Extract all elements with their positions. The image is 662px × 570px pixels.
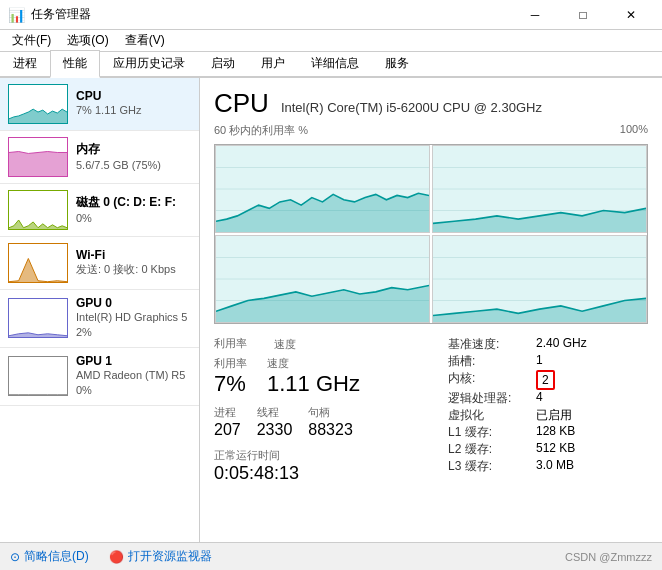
utilization-block: 利用率 速度 bbox=[214, 336, 296, 352]
speed-value: 1.11 GHz bbox=[267, 371, 360, 397]
speed-label-2: 速度 bbox=[267, 356, 360, 371]
gpu1-info: GPU 1 AMD Radeon (TM) R5 0% bbox=[76, 354, 191, 399]
app-title: 任务管理器 bbox=[31, 6, 91, 23]
wifi-detail: 发送: 0 接收: 0 Kbps bbox=[76, 262, 191, 277]
utilization-value-block: 利用率 7% bbox=[214, 356, 247, 397]
gpu0-detail2: 2% bbox=[76, 325, 191, 340]
disk-label: 磁盘 0 (C: D: E: F: bbox=[76, 194, 191, 211]
logical-row: 逻辑处理器: 4 bbox=[448, 390, 648, 407]
cpu-charts-grid bbox=[214, 144, 648, 324]
wifi-label: Wi-Fi bbox=[76, 248, 191, 262]
cpu-mini-graph bbox=[8, 84, 68, 124]
tab-app-history[interactable]: 应用历史记录 bbox=[100, 50, 198, 76]
l3-value: 3.0 MB bbox=[536, 458, 574, 475]
mem-info: 内存 5.6/7.5 GB (75%) bbox=[76, 141, 191, 173]
uptime-value: 0:05:48:13 bbox=[214, 463, 428, 484]
cpu-label: CPU bbox=[76, 89, 191, 103]
menu-options[interactable]: 选项(O) bbox=[63, 30, 112, 51]
svg-marker-3 bbox=[9, 258, 67, 282]
util-label-2: 利用率 bbox=[214, 356, 247, 371]
l3-label: L3 缓存: bbox=[448, 458, 528, 475]
chart-bottom-left bbox=[215, 235, 430, 323]
cores-value: 2 bbox=[536, 370, 555, 390]
gpu0-info: GPU 0 Intel(R) HD Graphics 5 2% bbox=[76, 296, 191, 341]
detail-header: CPU Intel(R) Core(TM) i5-6200U CPU @ 2.3… bbox=[214, 88, 648, 119]
sidebar-item-cpu[interactable]: CPU 7% 1.11 GHz bbox=[0, 78, 199, 131]
handles-value: 88323 bbox=[308, 420, 353, 439]
svg-marker-5 bbox=[9, 395, 67, 396]
chart-top-right bbox=[432, 145, 647, 233]
disk-info: 磁盘 0 (C: D: E: F: 0% bbox=[76, 194, 191, 226]
cores-label: 内核: bbox=[448, 370, 528, 390]
gpu1-detail2: 0% bbox=[76, 383, 191, 398]
maximize-button[interactable]: □ bbox=[560, 4, 606, 26]
menu-view[interactable]: 查看(V) bbox=[121, 30, 169, 51]
app-icon: 📊 bbox=[8, 7, 25, 23]
virt-label: 虚拟化 bbox=[448, 407, 528, 424]
threads-value: 2330 bbox=[257, 420, 293, 439]
cpu-detail: 7% 1.11 GHz bbox=[76, 103, 191, 118]
detail-panel: CPU Intel(R) Core(TM) i5-6200U CPU @ 2.3… bbox=[200, 78, 662, 542]
monitor-link[interactable]: 🔴 打开资源监视器 bbox=[109, 548, 212, 565]
processes-value: 207 bbox=[214, 420, 241, 439]
sidebar-item-wifi[interactable]: Wi-Fi 发送: 0 接收: 0 Kbps bbox=[0, 237, 199, 290]
stats-right: 基准速度: 2.40 GHz 插槽: 1 内核: 2 逻辑处理器: 4 虚拟化 bbox=[448, 336, 648, 484]
tab-bar: 进程 性能 应用历史记录 启动 用户 详细信息 服务 bbox=[0, 52, 662, 78]
gpu1-mini-graph bbox=[8, 356, 68, 396]
tab-details[interactable]: 详细信息 bbox=[298, 50, 372, 76]
mem-mini-graph bbox=[8, 137, 68, 177]
menu-file[interactable]: 文件(F) bbox=[8, 30, 55, 51]
mem-detail: 5.6/7.5 GB (75%) bbox=[76, 158, 191, 173]
minimize-button[interactable]: ─ bbox=[512, 4, 558, 26]
sidebar-item-gpu1[interactable]: GPU 1 AMD Radeon (TM) R5 0% bbox=[0, 348, 199, 406]
l2-label: L2 缓存: bbox=[448, 441, 528, 458]
speed-label: 速度 bbox=[274, 337, 296, 352]
sockets-label: 插槽: bbox=[448, 353, 528, 370]
simplify-label[interactable]: 简略信息(D) bbox=[24, 548, 89, 565]
cores-row: 内核: 2 bbox=[448, 370, 648, 390]
base-speed-row: 基准速度: 2.40 GHz bbox=[448, 336, 648, 353]
sockets-value: 1 bbox=[536, 353, 543, 370]
gpu1-detail1: AMD Radeon (TM) R5 bbox=[76, 368, 191, 383]
processes-label: 进程 bbox=[214, 405, 241, 420]
virt-value: 已启用 bbox=[536, 407, 572, 424]
gpu0-label: GPU 0 bbox=[76, 296, 191, 310]
base-speed-label: 基准速度: bbox=[448, 336, 528, 353]
processes-block: 进程 207 bbox=[214, 405, 241, 439]
l2-value: 512 KB bbox=[536, 441, 575, 458]
chart-top-left bbox=[215, 145, 430, 233]
detail-subtitle: Intel(R) Core(TM) i5-6200U CPU @ 2.30GHz bbox=[281, 100, 542, 115]
watermark: CSDN @Zmmzzz bbox=[565, 551, 652, 563]
threads-label: 线程 bbox=[257, 405, 293, 420]
virt-row: 虚拟化 已启用 bbox=[448, 407, 648, 424]
base-speed-value: 2.40 GHz bbox=[536, 336, 587, 353]
gpu0-detail1: Intel(R) HD Graphics 5 bbox=[76, 310, 191, 325]
title-controls: ─ □ ✕ bbox=[512, 4, 654, 26]
tab-services[interactable]: 服务 bbox=[372, 50, 422, 76]
sidebar-item-gpu0[interactable]: GPU 0 Intel(R) HD Graphics 5 2% bbox=[0, 290, 199, 348]
l2-row: L2 缓存: 512 KB bbox=[448, 441, 648, 458]
sockets-row: 插槽: 1 bbox=[448, 353, 648, 370]
chart-max: 100% bbox=[620, 123, 648, 138]
monitor-icon: 🔴 bbox=[109, 550, 124, 564]
tab-processes[interactable]: 进程 bbox=[0, 50, 50, 76]
stats-section: 利用率 速度 利用率 7% 速度 1.11 GHz bbox=[214, 336, 648, 484]
tab-startup[interactable]: 启动 bbox=[198, 50, 248, 76]
chart-bottom-right bbox=[432, 235, 647, 323]
uptime-block: 正常运行时间 0:05:48:13 bbox=[214, 448, 428, 484]
handles-block: 句柄 88323 bbox=[308, 405, 353, 439]
sidebar-item-disk[interactable]: 磁盘 0 (C: D: E: F: 0% bbox=[0, 184, 199, 237]
l1-row: L1 缓存: 128 KB bbox=[448, 424, 648, 441]
simplify-link[interactable]: ⊙ 简略信息(D) bbox=[10, 548, 89, 565]
uptime-label: 正常运行时间 bbox=[214, 448, 428, 463]
monitor-label[interactable]: 打开资源监视器 bbox=[128, 548, 212, 565]
close-button[interactable]: ✕ bbox=[608, 4, 654, 26]
tab-users[interactable]: 用户 bbox=[248, 50, 298, 76]
utilization-value: 7% bbox=[214, 371, 247, 397]
svg-marker-0 bbox=[9, 109, 67, 123]
sidebar-item-memory[interactable]: 内存 5.6/7.5 GB (75%) bbox=[0, 131, 199, 184]
stats-left: 利用率 速度 利用率 7% 速度 1.11 GHz bbox=[214, 336, 428, 484]
tab-performance[interactable]: 性能 bbox=[50, 50, 100, 78]
mem-label: 内存 bbox=[76, 141, 191, 158]
svg-marker-2 bbox=[9, 220, 67, 230]
